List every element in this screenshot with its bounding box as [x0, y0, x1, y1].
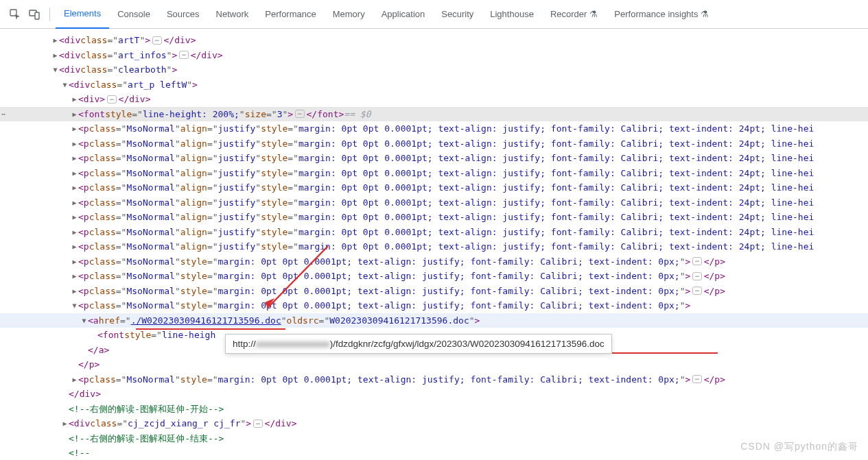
expand-arrow[interactable]	[51, 48, 59, 63]
tab-security[interactable]: Security	[433, 0, 482, 29]
tab-performance-insights[interactable]: Performance insights⚗	[606, 0, 717, 29]
expand-arrow[interactable]	[71, 210, 78, 225]
tab-sources[interactable]: Sources	[159, 0, 208, 29]
ellipsis-icon[interactable]: ⋯	[295, 110, 304, 118]
watermark: CSDN @写python的鑫哥	[740, 441, 858, 453]
ellipsis-icon[interactable]: ⋯	[692, 375, 701, 383]
inspect-icon[interactable]	[8, 8, 22, 21]
url-tooltip: http://xxxxxxxxxxxxxxxx)/fdzdgknr/zcfg/g…	[225, 334, 612, 354]
expand-arrow[interactable]	[71, 269, 78, 284]
collapse-arrow[interactable]	[71, 298, 78, 313]
dom-tree[interactable]: <div class="artT">⋯</div> <div class="ar…	[0, 29, 868, 460]
expand-arrow[interactable]	[71, 372, 78, 387]
selected-element-marker: == $0	[344, 107, 371, 122]
tab-memory[interactable]: Memory	[325, 0, 373, 29]
annotation-underline	[136, 328, 285, 330]
beaker-icon: ⚗	[701, 9, 709, 19]
svg-rect-2	[35, 12, 39, 19]
tab-performance[interactable]: Performance	[257, 0, 324, 29]
expand-arrow[interactable]	[71, 136, 78, 152]
expand-arrow[interactable]	[71, 239, 78, 254]
tab-console[interactable]: Console	[109, 0, 159, 29]
collapse-arrow[interactable]	[80, 313, 88, 328]
expand-arrow[interactable]	[71, 107, 78, 122]
expand-arrow[interactable]	[71, 284, 78, 299]
expand-arrow[interactable]	[71, 195, 78, 210]
expand-arrow[interactable]	[71, 121, 78, 136]
tab-lighthouse[interactable]: Lighthouse	[482, 0, 542, 29]
collapse-arrow[interactable]	[61, 77, 69, 93]
ellipsis-icon[interactable]: ⋯	[692, 272, 701, 280]
expand-arrow[interactable]	[61, 416, 69, 431]
expand-arrow[interactable]	[71, 180, 78, 195]
ellipsis-icon[interactable]: ⋯	[152, 36, 161, 45]
toolbar-separator	[49, 8, 50, 21]
device-toggle-icon[interactable]	[27, 8, 41, 21]
expand-arrow[interactable]	[71, 225, 78, 240]
beaker-icon: ⚗	[589, 9, 598, 19]
tab-elements[interactable]: Elements	[56, 0, 109, 29]
gutter-dots-icon: ⋯	[1, 107, 6, 122]
tab-recorder[interactable]: Recorder⚗	[542, 0, 606, 29]
tab-application[interactable]: Application	[373, 0, 434, 29]
expand-arrow[interactable]	[71, 92, 78, 107]
expand-arrow[interactable]	[71, 166, 78, 181]
expand-arrow[interactable]	[71, 254, 78, 269]
ellipsis-icon[interactable]: ⋯	[179, 51, 188, 59]
href-link[interactable]: ./W020230309416121713596.doc	[131, 313, 281, 328]
ellipsis-icon[interactable]: ⋯	[692, 287, 701, 295]
ellipsis-icon[interactable]: ⋯	[692, 257, 701, 265]
svg-line-3	[268, 246, 328, 308]
tab-network[interactable]: Network	[208, 0, 257, 29]
expand-arrow[interactable]	[71, 151, 78, 166]
panel-tabs: Elements Console Sources Network Perform…	[56, 0, 717, 28]
expand-arrow[interactable]	[51, 33, 59, 48]
ellipsis-icon[interactable]: ⋯	[253, 420, 262, 428]
devtools-toolbar: Elements Console Sources Network Perform…	[0, 0, 868, 29]
collapse-arrow[interactable]	[51, 62, 59, 77]
annotation-arrow	[259, 241, 336, 316]
ellipsis-icon[interactable]: ⋯	[107, 95, 116, 104]
